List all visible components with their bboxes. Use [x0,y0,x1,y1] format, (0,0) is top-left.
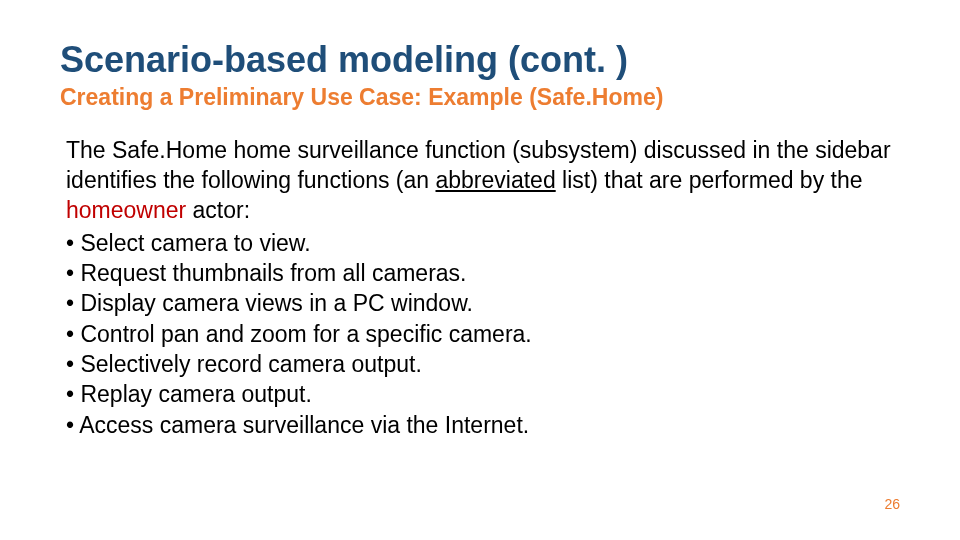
list-item: Select camera to view. [66,228,900,258]
list-item: Replay camera output. [66,379,900,409]
intro-text-3: actor: [186,197,250,223]
list-item: Selectively record camera output. [66,349,900,379]
list-item: Request thumbnails from all cameras. [66,258,900,288]
page-number: 26 [884,496,900,512]
slide-title: Scenario-based modeling (cont. ) [60,40,900,80]
intro-paragraph: The Safe.Home home surveillance function… [66,135,900,226]
slide: Scenario-based modeling (cont. ) Creatin… [0,0,960,540]
slide-body: The Safe.Home home surveillance function… [66,135,900,441]
intro-text-2: list) that are performed by the [556,167,863,193]
list-item: Control pan and zoom for a specific came… [66,319,900,349]
list-item: Display camera views in a PC window. [66,288,900,318]
list-item: Access camera surveillance via the Inter… [66,410,900,440]
intro-actor: homeowner [66,197,186,223]
slide-subtitle: Creating a Preliminary Use Case: Example… [60,84,900,111]
bullet-list: Select camera to view. Request thumbnail… [66,228,900,441]
intro-abbrev: abbreviated [436,167,556,193]
